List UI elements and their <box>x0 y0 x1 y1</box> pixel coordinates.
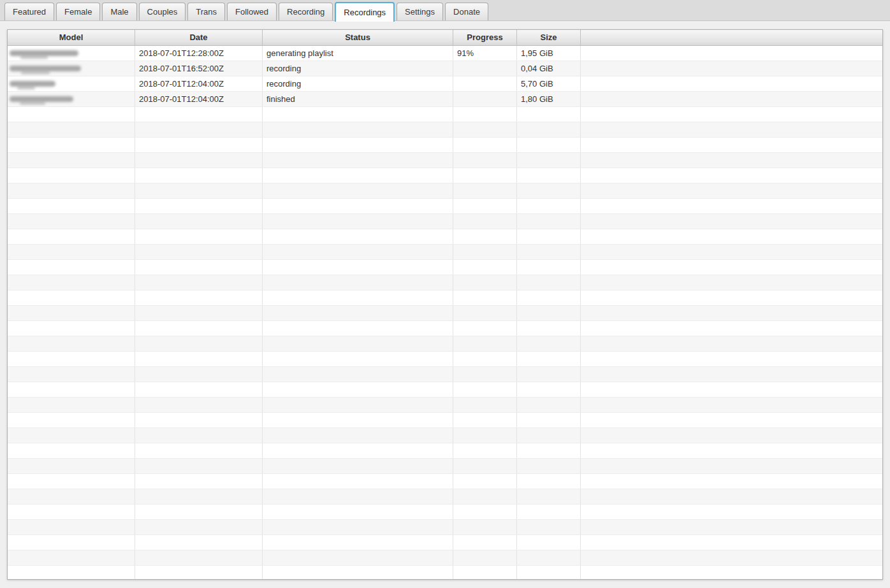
cell-model <box>8 199 135 213</box>
cell-date <box>135 260 263 275</box>
table-row-empty[interactable] <box>8 413 882 428</box>
column-header-extra[interactable] <box>581 30 882 45</box>
cell-size: 5,70 GiB <box>517 76 581 91</box>
cell-date: 2018-07-01T12:04:00Z <box>135 92 263 106</box>
table-row-empty[interactable] <box>8 520 882 535</box>
column-header-model[interactable]: Model <box>8 30 135 45</box>
cell-date <box>135 229 263 244</box>
table-row-empty[interactable] <box>8 275 882 290</box>
table-row[interactable]: 2018-07-01T12:04:00Zfinished1,80 GiB <box>8 92 882 107</box>
table-row-empty[interactable] <box>8 382 882 398</box>
tab-trans[interactable]: Trans <box>187 3 225 20</box>
table-row-empty[interactable] <box>8 489 882 505</box>
table-row-empty[interactable] <box>8 443 882 459</box>
cell-date <box>135 138 263 152</box>
table-row-empty[interactable] <box>8 229 882 245</box>
table-row-empty[interactable] <box>8 474 882 489</box>
cell-status <box>263 336 453 351</box>
cell-status <box>263 138 453 152</box>
cell-extra <box>581 443 882 458</box>
table-row-empty[interactable] <box>8 505 882 520</box>
table-row-empty[interactable] <box>8 367 882 382</box>
cell-progress <box>453 290 517 305</box>
cell-progress <box>453 535 517 550</box>
cell-progress <box>453 566 517 580</box>
table-row-empty[interactable] <box>8 122 882 138</box>
tab-recordings[interactable]: Recordings <box>335 2 395 22</box>
cell-date <box>135 428 263 443</box>
table-row[interactable]: 2018-07-01T12:28:00Zgenerating playlist9… <box>8 46 882 61</box>
tab-couples[interactable]: Couples <box>139 3 186 20</box>
cell-model <box>8 535 135 550</box>
tab-followed[interactable]: Followed <box>227 3 277 20</box>
column-header-progress[interactable]: Progress <box>453 30 517 45</box>
cell-size <box>517 336 581 351</box>
cell-date <box>135 398 263 412</box>
table-row-empty[interactable] <box>8 535 882 550</box>
table-row-empty[interactable] <box>8 245 882 260</box>
table-row-empty[interactable] <box>8 260 882 275</box>
table-row-empty[interactable] <box>8 398 882 413</box>
cell-extra <box>581 566 882 580</box>
cell-status: finished <box>263 92 453 106</box>
cell-model <box>8 398 135 412</box>
table-row-empty[interactable] <box>8 336 882 352</box>
cell-size: 0,04 GiB <box>517 61 581 76</box>
cell-extra <box>581 459 882 473</box>
cell-status <box>263 229 453 244</box>
column-header-date[interactable]: Date <box>135 30 263 45</box>
tab-male[interactable]: Male <box>102 3 136 20</box>
column-header-size[interactable]: Size <box>517 30 581 45</box>
table-row-empty[interactable] <box>8 459 882 474</box>
table-row-empty[interactable] <box>8 566 882 580</box>
column-header-status[interactable]: Status <box>263 30 453 45</box>
cell-extra <box>581 138 882 152</box>
cell-date <box>135 474 263 489</box>
table-row-empty[interactable] <box>8 321 882 336</box>
cell-size <box>517 535 581 550</box>
table-row-empty[interactable] <box>8 290 882 306</box>
tab-donate[interactable]: Donate <box>445 3 488 20</box>
table-row[interactable]: 2018-07-01T12:04:00Zrecording5,70 GiB <box>8 76 882 92</box>
table-row-empty[interactable] <box>8 306 882 321</box>
cell-model <box>8 367 135 382</box>
cell-progress <box>453 214 517 229</box>
cell-size <box>517 367 581 382</box>
tab-recording[interactable]: Recording <box>279 3 333 20</box>
table-row-empty[interactable] <box>8 183 882 199</box>
tab-female[interactable]: Female <box>56 3 100 20</box>
cell-size <box>517 566 581 580</box>
cell-status <box>263 505 453 519</box>
table-row-empty[interactable] <box>8 550 882 566</box>
cell-model <box>8 183 135 198</box>
cell-extra <box>581 413 882 427</box>
cell-model <box>8 107 135 122</box>
table-row-empty[interactable] <box>8 214 882 229</box>
table-row-empty[interactable] <box>8 138 882 153</box>
cell-size: 1,95 GiB <box>517 46 581 61</box>
cell-model <box>8 443 135 458</box>
table-row-empty[interactable] <box>8 199 882 214</box>
cell-progress <box>453 168 517 183</box>
table-row[interactable]: 2018-07-01T16:52:00Zrecording0,04 GiB <box>8 61 882 76</box>
table-row-empty[interactable] <box>8 428 882 443</box>
cell-progress <box>453 520 517 534</box>
table-row-empty[interactable] <box>8 153 882 168</box>
cell-status <box>263 566 453 580</box>
cell-date <box>135 153 263 168</box>
tab-settings[interactable]: Settings <box>397 3 443 20</box>
cell-date <box>135 505 263 519</box>
cell-status <box>263 550 453 565</box>
table-row-empty[interactable] <box>8 168 882 183</box>
cell-status <box>263 520 453 534</box>
table-row-empty[interactable] <box>8 352 882 367</box>
tab-featured[interactable]: Featured <box>4 3 54 20</box>
cell-model <box>8 413 135 427</box>
cell-size <box>517 107 581 122</box>
cell-progress <box>453 306 517 320</box>
cell-date <box>135 413 263 427</box>
cell-size <box>517 306 581 320</box>
cell-size <box>517 413 581 427</box>
table-row-empty[interactable] <box>8 107 882 122</box>
tab-bar: FeaturedFemaleMaleCouplesTransFollowedRe… <box>0 0 890 21</box>
